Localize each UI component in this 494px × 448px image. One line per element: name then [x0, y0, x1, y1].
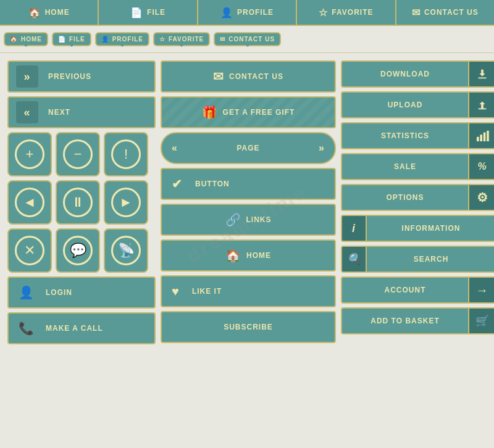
- svg-rect-2: [484, 133, 486, 141]
- basket-icon: 🛒: [468, 309, 494, 333]
- profile-icon: 👤: [220, 7, 233, 19]
- close-icon: ✕: [15, 236, 44, 265]
- next-icon: «: [16, 101, 38, 123]
- link-icon: 🔗: [225, 212, 241, 227]
- statistics-button[interactable]: STATISTICS: [341, 122, 494, 149]
- plus-icon: +: [15, 139, 44, 169]
- add-to-basket-button[interactable]: ADD TO BASKET 🛒: [341, 307, 494, 334]
- login-button[interactable]: 👤 LOGIN: [7, 276, 156, 309]
- page-button[interactable]: « PAGE »: [161, 132, 336, 164]
- add-button[interactable]: +: [7, 132, 52, 176]
- home-icon-2: 🏠: [10, 36, 18, 43]
- nav-home-1[interactable]: 🏠 HOME: [0, 0, 99, 25]
- download-icon: [468, 62, 494, 86]
- make-call-button[interactable]: 📞 MAKE A CALL: [7, 312, 156, 344]
- links-button[interactable]: 🔗 LINKS: [161, 204, 336, 236]
- nav-bar-2: 🏠 HOME 📄 FILE 👤 PROFILE ☆ FAVORITE ✉ CON…: [0, 26, 494, 53]
- column-3: DOWNLOAD UPLOAD STATISTICS: [338, 58, 494, 347]
- previous-icon: »: [16, 65, 38, 88]
- svg-rect-1: [480, 135, 482, 141]
- star-icon: ☆: [319, 7, 328, 19]
- alert-button[interactable]: !: [104, 132, 148, 176]
- svg-rect-3: [487, 131, 489, 141]
- chat-button[interactable]: 💬: [56, 228, 100, 273]
- pause-icon: ⏸: [63, 188, 93, 217]
- chat-icon: 💬: [63, 236, 93, 265]
- statistics-icon: [468, 123, 494, 148]
- nav-file-1[interactable]: 📄 FILE: [99, 0, 198, 25]
- like-it-button[interactable]: ♥ LIKE IT: [161, 275, 336, 307]
- mail-icon: ✉: [412, 7, 421, 19]
- page-left-chevron: «: [172, 143, 178, 154]
- mail-icon-3: ✉: [213, 69, 224, 84]
- column-1: » PREVIOUS « NEXT + − ! ◄: [5, 58, 158, 347]
- bubble-home[interactable]: 🏠 HOME: [4, 32, 48, 46]
- account-icon: →: [468, 278, 494, 302]
- rss-button[interactable]: 📡: [104, 228, 148, 273]
- rss-icon: 📡: [111, 236, 141, 265]
- sale-icon: %: [468, 154, 494, 179]
- icon-row-1: + − !: [7, 132, 156, 176]
- upload-button[interactable]: UPLOAD: [341, 91, 494, 118]
- nav-favorite-1[interactable]: ☆ FAVORITE: [297, 0, 396, 25]
- information-button[interactable]: i INFORMATION: [341, 215, 494, 242]
- download-button[interactable]: DOWNLOAD: [341, 60, 494, 88]
- svg-rect-0: [477, 137, 479, 141]
- mail-icon-2: ✉: [220, 36, 225, 43]
- play-button[interactable]: ►: [104, 180, 148, 225]
- account-button[interactable]: ACCOUNT →: [341, 276, 494, 304]
- bubble-favorite[interactable]: ☆ FAVORITE: [153, 32, 210, 46]
- file-icon-2: 📄: [58, 36, 66, 43]
- next-button[interactable]: « NEXT: [7, 96, 156, 128]
- nav-contact-1[interactable]: ✉ CONTACT US: [396, 0, 494, 25]
- heart-icon: ♥: [172, 284, 180, 299]
- upload-icon: [468, 93, 494, 117]
- exclamation-icon: !: [111, 139, 141, 169]
- minus-button[interactable]: −: [56, 132, 100, 176]
- nav-bar-1: 🏠 HOME 📄 FILE 👤 PROFILE ☆ FAVORITE ✉ CON…: [0, 0, 494, 26]
- icon-row-2: ◄ ⏸ ►: [7, 180, 156, 225]
- minus-icon: −: [63, 139, 93, 169]
- bubble-contact[interactable]: ✉ CONTACT US: [214, 32, 281, 46]
- home-icon: 🏠: [28, 7, 41, 19]
- bubble-file[interactable]: 📄 FILE: [52, 32, 91, 46]
- info-icon: i: [342, 216, 367, 241]
- main-content: » PREVIOUS « NEXT + − ! ◄: [0, 53, 494, 352]
- nav-profile-1[interactable]: 👤 PROFILE: [198, 0, 297, 25]
- rewind-button[interactable]: ◄: [7, 180, 52, 225]
- rewind-icon: ◄: [15, 188, 44, 217]
- page-right-chevron: »: [319, 143, 325, 154]
- previous-button[interactable]: » PREVIOUS: [7, 60, 156, 93]
- generic-button[interactable]: ✔ BUTTON: [161, 168, 336, 200]
- pause-button[interactable]: ⏸: [56, 180, 100, 225]
- search-icon: 🔍: [342, 247, 367, 272]
- star-icon-2: ☆: [159, 36, 165, 43]
- profile-icon-2: 👤: [101, 36, 109, 43]
- subscribe-button[interactable]: SUBSCRIBE: [161, 311, 336, 343]
- options-icon: ⚙: [468, 185, 494, 210]
- sale-button[interactable]: SALE %: [341, 153, 494, 180]
- file-icon: 📄: [130, 7, 143, 19]
- phone-icon: 📞: [19, 321, 35, 336]
- play-icon: ►: [111, 188, 141, 217]
- home-button[interactable]: 🏠 HOME: [161, 239, 336, 272]
- check-icon: ✔: [172, 176, 183, 191]
- user-icon: 👤: [19, 285, 35, 300]
- options-button[interactable]: OPTIONS ⚙: [341, 184, 494, 211]
- home-icon-3: 🏠: [225, 248, 241, 263]
- column-2: ✉ CONTACT US 🎁 GET A FREE GIFT « PAGE » …: [158, 58, 338, 347]
- search-button[interactable]: 🔍 SEARCH: [341, 246, 494, 273]
- close-button[interactable]: ✕: [7, 228, 52, 273]
- contact-us-button[interactable]: ✉ CONTACT US: [161, 60, 336, 93]
- get-free-gift-button[interactable]: 🎁 GET A FREE GIFT: [161, 96, 336, 128]
- icon-row-3: ✕ 💬 📡: [7, 228, 156, 273]
- gift-icon: 🎁: [202, 105, 218, 120]
- bubble-profile[interactable]: 👤 PROFILE: [95, 32, 149, 46]
